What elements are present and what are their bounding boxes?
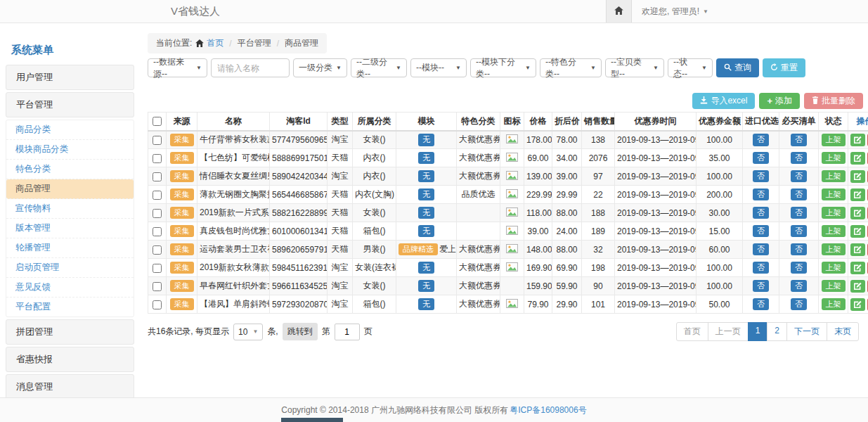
filter-select-data-source[interactable]: --数据来源--▼ <box>148 58 207 77</box>
search-name-input[interactable] <box>211 58 290 77</box>
edit-button[interactable] <box>850 262 865 274</box>
row-checkbox[interactable] <box>153 264 162 273</box>
status-badge[interactable]: 上架 <box>822 298 846 311</box>
next-page-button[interactable]: 下一页 <box>786 322 827 341</box>
last-page-button[interactable]: 末页 <box>827 322 859 341</box>
page-button-1[interactable]: 1 <box>748 322 768 341</box>
add-button[interactable]: + 添加 <box>759 93 800 109</box>
select-all-checkbox[interactable] <box>153 117 162 126</box>
import-select-badge[interactable]: 否 <box>753 262 769 274</box>
edit-button[interactable] <box>850 225 865 238</box>
import-select-badge[interactable]: 否 <box>753 298 769 311</box>
prev-page-button[interactable]: 上一页 <box>708 322 749 341</box>
breadcrumb-home-link[interactable]: 首页 <box>195 37 224 49</box>
jump-button[interactable]: 跳转到 <box>283 323 318 340</box>
sidebar-item-feature-category[interactable]: 特色分类 <box>6 160 134 179</box>
edit-button[interactable] <box>850 134 865 146</box>
must-buy-badge[interactable]: 否 <box>791 170 807 183</box>
page-button-2[interactable]: 2 <box>767 322 787 341</box>
status-badge[interactable]: 上架 <box>822 152 846 165</box>
feature-category: 大额优惠券 <box>457 241 500 259</box>
import-select-badge[interactable]: 否 <box>753 170 769 183</box>
per-page-select[interactable]: 10 ▼ <box>233 324 263 340</box>
filter-select-category-1[interactable]: 一级分类▼ <box>293 58 347 77</box>
status-badge[interactable]: 上架 <box>822 280 846 293</box>
must-buy-badge[interactable]: 否 <box>791 188 807 201</box>
import-select-badge[interactable]: 否 <box>753 134 769 146</box>
row-checkbox[interactable] <box>153 154 162 163</box>
user-menu[interactable]: 欢迎您, 管理员! ▼ <box>642 6 708 18</box>
batch-delete-button[interactable]: 批量删除 <box>804 93 863 109</box>
breadcrumb-separator: / <box>227 39 233 49</box>
feature-category <box>457 222 500 241</box>
row-checkbox[interactable] <box>153 136 162 145</box>
sidebar-group-group-buy[interactable]: 拼团管理 <box>6 319 134 345</box>
reset-button[interactable]: 重置 <box>763 58 805 77</box>
edit-button[interactable] <box>850 170 865 183</box>
import-select-badge[interactable]: 否 <box>753 225 769 238</box>
must-buy-badge[interactable]: 否 <box>791 152 807 165</box>
edit-button[interactable] <box>850 152 865 165</box>
must-buy-badge[interactable]: 否 <box>791 134 807 146</box>
import-select-badge[interactable]: 否 <box>753 152 769 165</box>
sidebar-item-feedback[interactable]: 意见反馈 <box>6 278 134 298</box>
row-checkbox[interactable] <box>153 209 162 218</box>
first-page-button[interactable]: 首页 <box>676 322 708 341</box>
row-checkbox[interactable] <box>153 172 162 181</box>
edit-button[interactable] <box>850 188 865 201</box>
filter-select-status[interactable]: --状态--▼ <box>668 58 713 77</box>
home-button[interactable] <box>606 0 632 23</box>
sidebar-group-message-management[interactable]: 消息管理 <box>6 374 134 399</box>
sidebar-group-platform-management[interactable]: 平台管理 <box>6 92 134 117</box>
status-badge[interactable]: 上架 <box>822 243 846 256</box>
must-buy-badge[interactable]: 否 <box>791 225 807 238</box>
row-checkbox[interactable] <box>153 245 162 255</box>
import-select-badge[interactable]: 否 <box>753 280 769 293</box>
import-select-badge[interactable]: 否 <box>753 243 769 256</box>
filter-select-module-sub[interactable]: --模块下分类--▼ <box>470 58 536 77</box>
filter-select-category-2[interactable]: --二级分类--▼ <box>351 58 407 77</box>
must-buy-badge[interactable]: 否 <box>791 298 807 311</box>
must-buy-badge[interactable]: 否 <box>791 280 807 293</box>
status-badge[interactable]: 上架 <box>822 134 846 146</box>
jump-page-input[interactable] <box>335 324 360 340</box>
row-checkbox[interactable] <box>153 282 162 291</box>
filter-select-module[interactable]: --模块--▼ <box>410 58 467 77</box>
icp-link[interactable]: 粤ICP备16098006号 <box>510 404 586 416</box>
sidebar-item-module-goods-category[interactable]: 模块商品分类 <box>6 140 134 160</box>
sidebar-item-carousel-management[interactable]: 轮播管理 <box>6 238 134 258</box>
sidebar-item-version-management[interactable]: 版本管理 <box>6 219 134 238</box>
edit-button[interactable] <box>850 243 865 256</box>
must-buy-badge[interactable]: 否 <box>791 262 807 274</box>
status-badge[interactable]: 上架 <box>822 170 846 183</box>
status-badge[interactable]: 上架 <box>822 262 846 274</box>
must-buy-badge[interactable]: 否 <box>791 207 807 219</box>
filter-select-item-type[interactable]: --宝贝类型--▼ <box>605 58 664 77</box>
source-badge: 采集 <box>170 134 194 146</box>
import-select-badge[interactable]: 否 <box>753 207 769 219</box>
search-button[interactable]: 查询 <box>716 58 759 77</box>
import-excel-button[interactable]: 导入excel <box>692 93 755 109</box>
sidebar-item-goods-management[interactable]: 商品管理 <box>6 179 134 199</box>
sidebar-item-promo-materials[interactable]: 宣传物料 <box>6 199 134 219</box>
row-checkbox[interactable] <box>153 227 162 236</box>
sidebar-group-user-management[interactable]: 用户管理 <box>6 65 134 90</box>
sidebar-group-saving-news[interactable]: 省惠快报 <box>6 347 134 372</box>
edit-button[interactable] <box>850 280 865 293</box>
must-buy-badge[interactable]: 否 <box>791 243 807 256</box>
edit-button[interactable] <box>850 298 865 311</box>
column-header-type: 类型 <box>328 113 353 131</box>
edit-button[interactable] <box>850 207 865 219</box>
status-badge[interactable]: 上架 <box>822 225 846 238</box>
row-checkbox[interactable] <box>153 300 162 309</box>
status-badge[interactable]: 上架 <box>822 207 846 219</box>
sidebar-item-goods-category[interactable]: 商品分类 <box>6 120 134 140</box>
coupon-time: 2019-09-13—2019-09-20 <box>615 222 697 241</box>
breadcrumb-item-platform[interactable]: 平台管理 <box>238 37 271 49</box>
status-badge[interactable]: 上架 <box>822 188 846 201</box>
filter-select-feature[interactable]: --特色分类--▼ <box>540 58 602 77</box>
row-checkbox[interactable] <box>153 191 162 200</box>
import-select-badge[interactable]: 否 <box>753 188 769 201</box>
sidebar-item-splash-management[interactable]: 启动页管理 <box>6 258 134 278</box>
sidebar-item-platform-config[interactable]: 平台配置 <box>6 298 134 316</box>
